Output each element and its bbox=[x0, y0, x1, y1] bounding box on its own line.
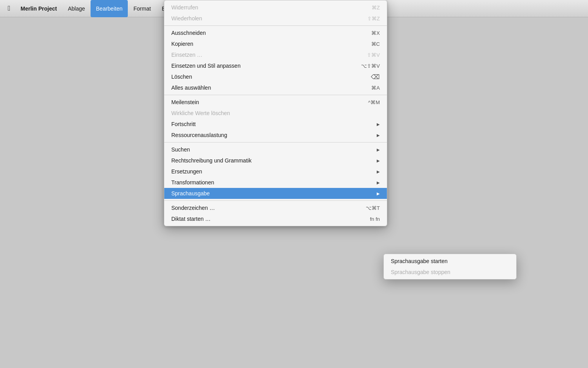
menu-item-label: Sprachausgabe bbox=[171, 190, 210, 197]
menu-item-shortcut: fn fn bbox=[370, 216, 380, 222]
menu-item-label: Ausschneiden bbox=[171, 30, 206, 36]
menu-item-label: Löschen bbox=[171, 74, 192, 80]
arrow-icon: ▶ bbox=[377, 159, 380, 163]
menu-item-label: Meilenstein bbox=[171, 99, 199, 105]
menu-item-transformationen[interactable]: Transformationen ▶ bbox=[164, 177, 387, 188]
menu-item-suchen[interactable]: Suchen ▶ bbox=[164, 144, 387, 155]
submenu-item-starten[interactable]: Sprachausgabe starten bbox=[384, 256, 516, 267]
arrow-icon: ▶ bbox=[377, 191, 380, 196]
menu-item-ausschneiden[interactable]: Ausschneiden ⌘X bbox=[164, 27, 387, 38]
menu-item-diktat[interactable]: Diktat starten … fn fn bbox=[164, 213, 387, 224]
arrow-icon: ▶ bbox=[377, 133, 380, 137]
menu-item-label: Kopieren bbox=[171, 41, 193, 47]
menu-item-widerrufen[interactable]: Widerrufen ⌘Z bbox=[164, 2, 387, 13]
menu-item-shortcut: ⌥⌘T bbox=[366, 205, 380, 211]
arrow-icon: ▶ bbox=[377, 122, 380, 126]
menu-item-shortcut: ⌘A bbox=[371, 85, 380, 91]
menu-item-label: Einsetzen … bbox=[171, 52, 202, 58]
menu-item-label: Widerrufen bbox=[171, 4, 198, 11]
arrow-icon: ▶ bbox=[377, 170, 380, 174]
menu-item-shortcut: ⌫ bbox=[371, 73, 380, 81]
bearbeiten-dropdown: Widerrufen ⌘Z Wiederholen ⇧⌘Z Ausschneid… bbox=[164, 0, 387, 226]
menu-item-einsetzen-stil[interactable]: Einsetzen und Stil anpassen ⌥⇧⌘V bbox=[164, 60, 387, 71]
menu-item-einsetzen[interactable]: Einsetzen … ⇧⌘V bbox=[164, 49, 387, 60]
menu-item-label: Alles auswählen bbox=[171, 85, 211, 91]
menu-item-wirkliche[interactable]: Wirkliche Werte löschen bbox=[164, 108, 387, 119]
menu-item-shortcut: ⌘Z bbox=[372, 5, 380, 11]
menu-item-label: Wiederholen bbox=[171, 15, 202, 22]
app-name-menu-item[interactable]: Merlin Project bbox=[15, 0, 63, 17]
menu-item-label: Ersetzungen bbox=[171, 168, 202, 175]
menu-item-sonderzeichen[interactable]: Sonderzeichen … ⌥⌘T bbox=[164, 202, 387, 213]
menu-item-label: Wirkliche Werte löschen bbox=[171, 110, 230, 116]
menu-item-label: Diktat starten … bbox=[171, 216, 211, 222]
menu-item-fortschritt[interactable]: Fortschritt ▶ bbox=[164, 119, 387, 130]
sprachausgabe-submenu: Sprachausgabe starten Sprachausgabe stop… bbox=[383, 254, 517, 280]
menu-item-loeschen[interactable]: Löschen ⌫ bbox=[164, 71, 387, 82]
menubar-item-bearbeiten[interactable]: Bearbeiten bbox=[91, 0, 128, 17]
menu-item-label: Ressourcenauslastung bbox=[171, 132, 227, 138]
menu-item-shortcut: ⇧⌘Z bbox=[367, 16, 380, 22]
apple-menu-item[interactable]:  bbox=[3, 0, 15, 17]
menu-item-label: Rechtschreibung und Grammatik bbox=[171, 157, 252, 164]
menu-item-wiederholen[interactable]: Wiederholen ⇧⌘Z bbox=[164, 13, 387, 24]
menu-item-label: Einsetzen und Stil anpassen bbox=[171, 63, 241, 69]
menu-item-label: Transformationen bbox=[171, 179, 214, 186]
submenu-item-label: Sprachausgabe stoppen bbox=[391, 269, 450, 275]
arrow-icon: ▶ bbox=[377, 180, 380, 185]
menu-item-shortcut: ⌘X bbox=[371, 30, 380, 36]
menu-item-kopieren[interactable]: Kopieren ⌘C bbox=[164, 38, 387, 49]
menu-item-shortcut: ⌘C bbox=[371, 41, 380, 47]
menubar-item-ablage[interactable]: Ablage bbox=[62, 0, 91, 17]
menu-item-ressourcen[interactable]: Ressourcenauslastung ▶ bbox=[164, 130, 387, 141]
menu-item-label: Sonderzeichen … bbox=[171, 205, 215, 211]
menu-item-shortcut: ⇧⌘V bbox=[367, 52, 380, 58]
menubar-item-format[interactable]: Format bbox=[128, 0, 156, 17]
separator-1 bbox=[164, 25, 387, 26]
separator-2 bbox=[164, 95, 387, 95]
submenu-item-label: Sprachausgabe starten bbox=[391, 258, 448, 264]
menu-item-alles[interactable]: Alles auswählen ⌘A bbox=[164, 82, 387, 93]
menu-item-ersetzungen[interactable]: Ersetzungen ▶ bbox=[164, 166, 387, 177]
separator-3 bbox=[164, 142, 387, 143]
menu-item-rechtschreibung[interactable]: Rechtschreibung und Grammatik ▶ bbox=[164, 155, 387, 166]
submenu-item-stoppen[interactable]: Sprachausgabe stoppen bbox=[384, 267, 516, 278]
menu-item-meilenstein[interactable]: Meilenstein ^⌘M bbox=[164, 97, 387, 108]
menu-item-shortcut: ⌥⇧⌘V bbox=[361, 63, 380, 69]
menu-item-label: Fortschritt bbox=[171, 121, 196, 127]
menu-item-sprachausgabe[interactable]: Sprachausgabe ▶ bbox=[164, 188, 387, 199]
menu-item-shortcut: ^⌘M bbox=[368, 99, 380, 105]
separator-4 bbox=[164, 200, 387, 201]
menu-item-label: Suchen bbox=[171, 146, 190, 153]
arrow-icon: ▶ bbox=[377, 148, 380, 152]
